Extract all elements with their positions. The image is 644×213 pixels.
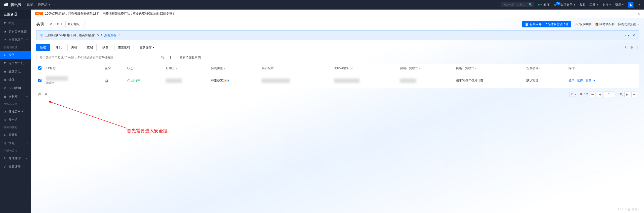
col-billing[interactable]: 实例计费模式▼ bbox=[398, 64, 454, 73]
watermark: CSDN @ 萌笑天 bbox=[618, 207, 640, 211]
chevron-down-icon: ▾ bbox=[82, 23, 83, 25]
filter-icon[interactable]: ▼ bbox=[134, 67, 136, 70]
shutdown-button[interactable]: 关机 bbox=[67, 44, 81, 51]
nav-overview[interactable]: 总览 bbox=[27, 3, 33, 7]
running-icon bbox=[127, 79, 130, 82]
survey-pill[interactable]: 📋有奖问卷，产品体验您说了算 bbox=[522, 21, 571, 27]
sidebar-item-selfcheck[interactable]: ◔实例自助检测 bbox=[0, 27, 31, 36]
hot-banner: HOT 100%CPU性能，精选云服务器低至1.8折，消费满额领免费产品，更多优… bbox=[31, 10, 644, 18]
col-net-billing[interactable]: 网络计费模式▼ bbox=[454, 64, 524, 73]
head-link-bonus[interactable]: 🎁限时领福利 bbox=[595, 22, 615, 26]
main-content: HOT 100%CPU性能，精选云服务器低至1.8折，消费满额领免费产品，更多优… bbox=[31, 10, 644, 213]
sidebar-item-cbs[interactable]: ⊟云硬盘 bbox=[0, 131, 31, 139]
renew-button[interactable]: 续费 bbox=[99, 44, 112, 51]
migrate-icon: ⇄ bbox=[4, 165, 7, 168]
search-input[interactable] bbox=[501, 2, 529, 7]
next-page-button[interactable]: ▶ bbox=[624, 92, 630, 97]
col-type[interactable]: 实例类型▼ bbox=[209, 64, 260, 73]
sidebar-item-eip[interactable]: ☁弹性公网IP bbox=[0, 107, 31, 116]
disc-icon: ◉ bbox=[4, 78, 7, 81]
download-icon[interactable]: ⭳ bbox=[636, 46, 639, 49]
login-action[interactable]: 登录 bbox=[569, 79, 575, 82]
user-icon bbox=[629, 3, 632, 7]
account-menu[interactable]: ✉84 集团账号▼ bbox=[554, 3, 575, 7]
cell-ip: xxx.xxx.xxx bbox=[332, 73, 398, 88]
chart-icon[interactable]: 📊 bbox=[105, 79, 108, 82]
col-zone[interactable]: 可用区▼ bbox=[164, 64, 209, 73]
page-input[interactable] bbox=[604, 91, 614, 97]
info-link[interactable]: 点击查看 ↗ bbox=[104, 33, 120, 37]
brand-logo[interactable]: 腾讯云 bbox=[4, 2, 22, 7]
search-icon[interactable]: 🔍 bbox=[161, 56, 165, 59]
col-status[interactable]: 状态▼ bbox=[125, 64, 164, 73]
top-link-beian[interactable]: 备案 bbox=[579, 3, 585, 7]
col-actions: 操作 bbox=[567, 64, 639, 73]
top-link-cost[interactable]: 费用▼ bbox=[615, 3, 624, 7]
page-size-select[interactable]: 20 ▾ bbox=[569, 92, 579, 97]
first-page-button[interactable]: ⏮ bbox=[590, 92, 595, 97]
settings-icon[interactable]: ⚙ bbox=[630, 46, 633, 49]
col-project[interactable]: 所属项目▼ bbox=[524, 64, 567, 73]
sidebar-item-ssh[interactable]: ⊙SSH密钥 bbox=[0, 84, 31, 92]
nav-products[interactable]: 云产品▼ bbox=[38, 3, 50, 7]
sidebar-item-snapshot[interactable]: ◎快照▾ bbox=[0, 139, 31, 147]
head-link-guide[interactable]: 实例使用指南↗ bbox=[618, 22, 639, 26]
sidebar-item-instances[interactable]: ⬡实例 bbox=[0, 51, 31, 59]
last-page-button[interactable]: ⏭ bbox=[631, 92, 637, 97]
close-icon[interactable]: ✕ bbox=[632, 33, 635, 37]
sidebar-item-image[interactable]: ◉镜像 bbox=[0, 76, 31, 84]
recycle-checkbox[interactable] bbox=[174, 56, 177, 59]
search-icon[interactable]: 🔍 bbox=[529, 3, 533, 7]
refresh-icon[interactable]: ↻ bbox=[625, 46, 628, 49]
select-all-checkbox[interactable] bbox=[38, 66, 42, 70]
sidebar-item-placement[interactable]: ⊞置放群组 bbox=[0, 67, 31, 76]
row-checkbox[interactable] bbox=[38, 79, 42, 82]
table-search[interactable]: 🔍 bbox=[36, 54, 167, 61]
sidebar-item-recycle[interactable]: 🗑回收站▾ bbox=[0, 92, 31, 101]
region-selector[interactable]: ⟳广州 1 bbox=[48, 21, 64, 27]
filter-icon[interactable]: ▼ bbox=[539, 67, 541, 70]
recycle-label[interactable]: 查看待回收实例 bbox=[180, 56, 201, 60]
top-right: 🔍 小程序 ✉84 集团账号▼ 备案 工具▼ 支持▼ 费用▼ ▼ bbox=[501, 2, 640, 8]
info-text: 云服务器CVM价格下调，最高降幅达10%！ bbox=[45, 33, 103, 37]
cell-id: xxxxxxxx未命名 bbox=[44, 73, 103, 88]
page-title: 实例 bbox=[36, 22, 44, 27]
sidebar-item-overview[interactable]: ⊞概览 bbox=[0, 19, 31, 27]
head-link-tutorial[interactable]: ✨场景教学 bbox=[575, 22, 591, 26]
sidebar-item-automation[interactable]: ✦自动化助手▾ bbox=[0, 36, 31, 44]
sidebar-item-autoscale[interactable]: ↻弹性伸缩↗ bbox=[0, 154, 31, 162]
renew-action[interactable]: 续费 bbox=[577, 79, 583, 82]
gift-icon: 🎁 bbox=[595, 23, 599, 26]
sidebar-item-security-group[interactable]: ⛨安全组 bbox=[0, 116, 31, 124]
more-actions-button[interactable]: 更多操作 ▾ bbox=[136, 44, 158, 51]
new-button[interactable]: 新建 bbox=[36, 44, 50, 51]
mini-program-link[interactable]: 小程序 bbox=[538, 3, 550, 7]
filter-icon[interactable]: ▼ bbox=[175, 67, 178, 70]
annotation-arrow bbox=[49, 101, 129, 131]
start-button[interactable]: 开机 bbox=[52, 44, 65, 51]
help-icon[interactable]: i bbox=[350, 67, 353, 70]
top-link-tools[interactable]: 工具▼ bbox=[589, 3, 598, 7]
sidebar-item-dedicated[interactable]: ⊟专用宿主机 bbox=[0, 59, 31, 67]
col-monitor: 监控 bbox=[103, 64, 125, 73]
filter-icon[interactable]: ▼ bbox=[419, 67, 421, 70]
chevron-down-icon: ▼ bbox=[48, 4, 50, 6]
global-search[interactable]: 🔍 bbox=[501, 2, 534, 7]
reboot-button[interactable]: 重启 bbox=[83, 44, 97, 51]
filter-icon[interactable]: ▼ bbox=[475, 67, 477, 70]
reset-pwd-button[interactable]: 重置密码 bbox=[114, 44, 134, 51]
table-row[interactable]: xxxxxxxx未命名 📊 运行中 xxxx 标准型S2●● xxxxxxxxx… bbox=[36, 73, 639, 88]
filter-input[interactable] bbox=[38, 54, 161, 61]
user-avatar[interactable] bbox=[628, 2, 633, 8]
prev-page-button[interactable]: ◀ bbox=[597, 92, 602, 97]
filter-icon[interactable]: ▼ bbox=[224, 67, 226, 70]
carousel-dots[interactable]: ○ ● bbox=[624, 34, 630, 37]
survey-icon: 📋 bbox=[525, 23, 529, 26]
cell-config: xxxxxxxxxxxx bbox=[260, 73, 332, 88]
top-link-support[interactable]: 支持▼ bbox=[602, 3, 611, 7]
other-region-selector[interactable]: 其它地域▾ bbox=[65, 21, 85, 27]
close-icon[interactable]: ✕ bbox=[637, 12, 640, 16]
sidebar-item-migration[interactable]: ⇄服务迁移 bbox=[0, 162, 31, 171]
sparkle-icon: ✦ bbox=[4, 38, 7, 41]
more-action[interactable]: 更多 ▾ bbox=[585, 79, 595, 82]
